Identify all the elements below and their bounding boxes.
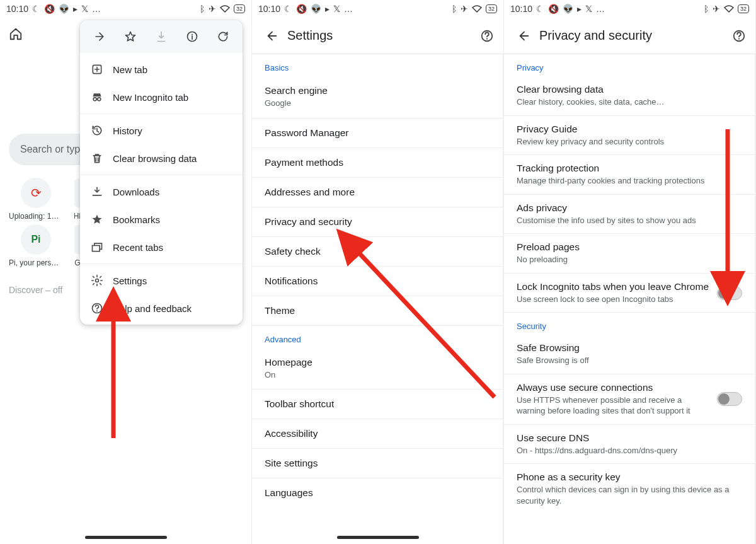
section-advanced: Advanced: [252, 326, 503, 348]
x-icon: 𝕏: [585, 4, 592, 13]
row-clear-browsing-data[interactable]: Clear browsing data Clear history, cooki…: [504, 76, 755, 116]
svg-point-6: [96, 279, 99, 282]
gear-icon: [90, 274, 104, 287]
appbar: Settings: [252, 18, 503, 54]
section-privacy: Privacy: [504, 54, 755, 76]
row-theme[interactable]: Theme: [252, 296, 503, 326]
row-payment-methods[interactable]: Payment methods: [252, 148, 503, 178]
mute-icon: 🔇: [44, 4, 55, 13]
more-icon: …: [344, 4, 353, 13]
mute-icon: 🔇: [296, 4, 307, 13]
home-icon[interactable]: [9, 27, 23, 41]
menu-downloads[interactable]: Downloads: [80, 178, 243, 205]
row-preload-pages[interactable]: Preload pages No preloading: [504, 234, 755, 274]
help-icon: [90, 302, 104, 315]
battery-icon: 32: [486, 4, 497, 13]
moon-icon: ☾: [536, 4, 544, 13]
svg-point-11: [486, 38, 488, 39]
airplane-icon: ✈: [713, 4, 720, 13]
row-safety-check[interactable]: Safety check: [252, 237, 503, 267]
history-icon: [90, 124, 104, 137]
forward-icon[interactable]: [93, 30, 106, 43]
menu-separator: [80, 175, 243, 175]
panel-settings: 10:10 ☾ 🔇 👽 ▸ 𝕏 … ᛒ ✈ 32 Settings Basics…: [252, 0, 504, 544]
shortcut-tile[interactable]: ⟳ Uploading: 10…: [9, 178, 63, 221]
more-icon: …: [92, 4, 101, 13]
menu-bookmarks[interactable]: Bookmarks: [80, 205, 243, 233]
wifi-icon: [472, 5, 482, 13]
bluetooth-icon: ᛒ: [704, 4, 709, 13]
row-privacy-guide[interactable]: Privacy Guide Review key privacy and sec…: [504, 116, 755, 156]
page-title: Privacy and security: [537, 28, 726, 43]
row-addresses[interactable]: Addresses and more: [252, 178, 503, 207]
airplane-icon: ✈: [209, 4, 216, 13]
row-languages[interactable]: Languages: [252, 478, 503, 507]
status-bar: 10:10 ☾ 🔇 👽 ▸ 𝕏 … ᛒ ✈ 32: [252, 0, 503, 18]
row-site-settings[interactable]: Site settings: [252, 449, 503, 478]
moon-icon: ☾: [32, 4, 40, 13]
row-accessibility[interactable]: Accessibility: [252, 419, 503, 449]
airplane-icon: ✈: [461, 4, 468, 13]
row-ads-privacy[interactable]: Ads privacy Customise the info used by s…: [504, 195, 755, 234]
section-security: Security: [504, 313, 755, 335]
overflow-menu: New tab New Incognito tab History Clear …: [80, 20, 243, 325]
menu-recent-tabs[interactable]: Recent tabs: [80, 233, 243, 261]
svg-point-14: [738, 38, 740, 39]
row-privacy-security[interactable]: Privacy and security: [252, 207, 503, 237]
row-lock-incognito[interactable]: Lock Incognito tabs when you leave Chrom…: [504, 274, 755, 313]
reddit-icon: 👽: [311, 4, 321, 13]
wifi-icon: [220, 5, 230, 13]
svg-point-1: [192, 34, 193, 35]
tabs-icon: [90, 241, 104, 253]
wifi-icon: [724, 5, 734, 13]
toggle-lock-incognito[interactable]: [717, 286, 742, 300]
star-icon[interactable]: [124, 30, 137, 43]
reddit-icon: 👽: [563, 4, 573, 13]
appbar: Privacy and security: [504, 18, 755, 54]
refresh-icon[interactable]: [217, 30, 229, 43]
row-toolbar-shortcut[interactable]: Toolbar shortcut: [252, 390, 503, 419]
download-icon[interactable]: [155, 30, 168, 43]
back-button[interactable]: [512, 29, 537, 43]
toggle-always-https[interactable]: [717, 392, 742, 406]
section-basics: Basics: [252, 54, 503, 76]
status-bar: 10:10 ☾ 🔇 👽 ▸ 𝕏 … ᛒ ✈ 32: [0, 0, 251, 18]
star-fill-icon: [90, 213, 104, 226]
menu-help[interactable]: Help and feedback: [80, 294, 243, 322]
menu-clear-data[interactable]: Clear browsing data: [80, 144, 243, 172]
row-homepage[interactable]: Homepage On: [252, 348, 503, 390]
svg-point-3: [93, 98, 96, 101]
play-icon: ▸: [325, 4, 329, 13]
row-password-manager[interactable]: Password Manager: [252, 119, 503, 148]
svg-point-4: [98, 98, 101, 101]
row-notifications[interactable]: Notifications: [252, 267, 503, 296]
row-phone-security-key[interactable]: Phone as a security key Control which de…: [504, 464, 755, 514]
help-icon[interactable]: [474, 29, 500, 43]
play-icon: ▸: [73, 4, 77, 13]
row-secure-dns[interactable]: Use secure DNS On - https://dns.adguard-…: [504, 425, 755, 465]
svg-point-8: [96, 310, 98, 311]
battery-icon: 32: [234, 4, 245, 13]
trash-icon: [90, 152, 104, 165]
plus-box-icon: [90, 63, 104, 76]
panel-privacy-security: 10:10 ☾ 🔇 👽 ▸ 𝕏 … ᛒ ✈ 32 Privacy and sec…: [504, 0, 756, 544]
svg-rect-5: [93, 246, 100, 252]
row-safe-browsing[interactable]: Safe Browsing Safe Browsing is off: [504, 335, 755, 374]
row-search-engine[interactable]: Search engine Google: [252, 76, 503, 119]
shortcut-tile[interactable]: Pi Pi, your person…: [9, 224, 63, 267]
nav-pill: [85, 536, 167, 539]
menu-history[interactable]: History: [80, 117, 243, 144]
incognito-icon: [90, 91, 104, 103]
menu-separator: [80, 263, 243, 264]
row-tracking-protection[interactable]: Tracking protection Manage third-party c…: [504, 155, 755, 195]
back-button[interactable]: [260, 29, 285, 43]
info-icon[interactable]: [186, 30, 198, 43]
help-icon[interactable]: [726, 29, 752, 43]
menu-settings[interactable]: Settings: [80, 267, 243, 294]
moon-icon: ☾: [284, 4, 292, 13]
menu-new-tab[interactable]: New tab: [80, 55, 243, 83]
row-always-https[interactable]: Always use secure connections Use HTTPS …: [504, 374, 755, 425]
x-icon: 𝕏: [81, 4, 88, 13]
download-tray-icon: [90, 185, 104, 198]
menu-incognito[interactable]: New Incognito tab: [80, 83, 243, 111]
